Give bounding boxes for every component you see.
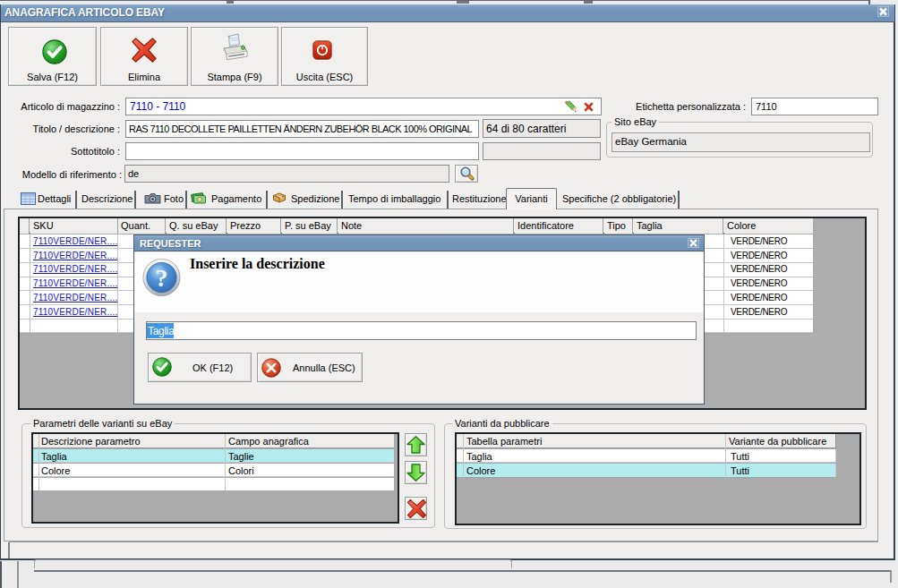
- svg-text:?: ?: [156, 264, 168, 292]
